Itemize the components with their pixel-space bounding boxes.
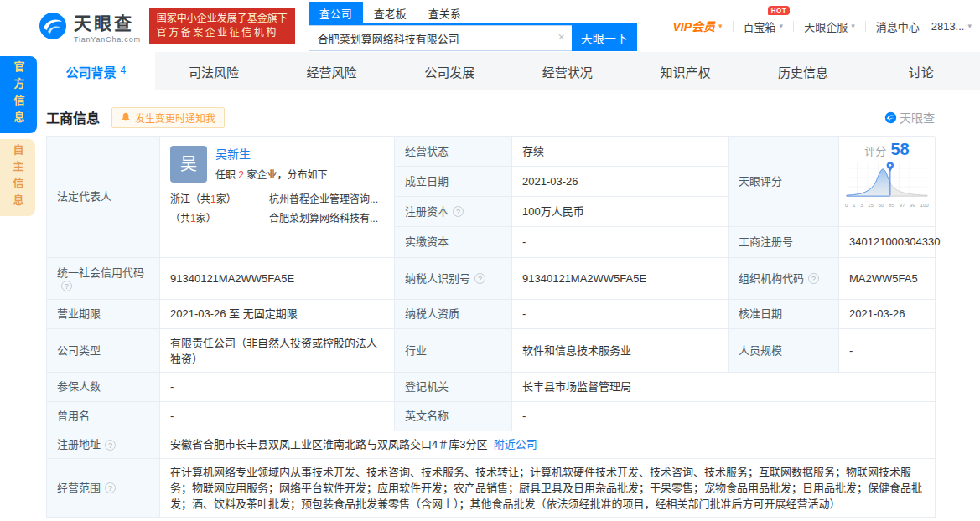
logo-title: 天眼查 bbox=[74, 9, 141, 34]
field-value-tax-qualification: - bbox=[512, 300, 729, 329]
treasure-box-link[interactable]: HOT 百宝箱 bbox=[744, 18, 784, 34]
tenure-region-row: （共1家） 合肥菜划算网络科技有... bbox=[170, 209, 384, 229]
section-title: 工商信息 bbox=[46, 107, 100, 127]
help-icon[interactable] bbox=[808, 273, 819, 284]
field-label-status: 经营状态 bbox=[395, 137, 512, 167]
sidebar-tab-label: 自主信息 bbox=[10, 144, 26, 211]
field-value-org-code: MA2WW5FA5 bbox=[839, 258, 936, 300]
field-label-reg-no: 工商注册号 bbox=[729, 227, 839, 258]
related-company-link[interactable]: 合肥菜划算网络科技有... bbox=[269, 209, 378, 229]
tab-history-info[interactable]: 历史信息 bbox=[744, 52, 863, 90]
tab-label: 司法风险 bbox=[189, 63, 239, 80]
tianyan-score-chart[interactable]: 评分58 bbox=[839, 137, 936, 227]
field-label-tax-qualification: 纳税人资质 bbox=[395, 300, 512, 329]
field-value-status: 存续 bbox=[512, 137, 729, 167]
search-area: 查公司 查老板 查关系 天眼一下 bbox=[309, 2, 637, 51]
field-label-approval-date: 核准日期 bbox=[729, 300, 839, 329]
gov-badge-line2: 官方备案企业征信机构 bbox=[157, 26, 288, 40]
field-label-tianyan-score: 天眼评分 bbox=[729, 137, 839, 227]
search-tab-boss[interactable]: 查老板 bbox=[363, 2, 417, 23]
field-label-registry: 登记机关 bbox=[395, 373, 512, 402]
search-tabs: 查公司 查老板 查关系 bbox=[309, 2, 637, 25]
search-tab-relation[interactable]: 查关系 bbox=[417, 2, 472, 23]
message-center-label: 消息中心 bbox=[876, 18, 920, 34]
divider bbox=[793, 21, 794, 32]
address-text: 安徽省合肥市长丰县双凤工业区淮南北路与双凤路交口4＃库3分区 bbox=[170, 437, 487, 452]
help-icon[interactable] bbox=[105, 482, 116, 493]
sidebar-tab-self-info[interactable]: 自主信息 bbox=[0, 139, 35, 216]
tenure-region-row: 浙江（共1家） 杭州普程企业管理咨询... bbox=[170, 190, 384, 209]
nearby-companies-link[interactable]: 附近公司 bbox=[494, 437, 537, 452]
search-tab-company[interactable]: 查公司 bbox=[309, 2, 363, 23]
related-company-link[interactable]: 杭州普程企业管理咨询... bbox=[269, 190, 378, 209]
search-input[interactable] bbox=[309, 25, 572, 51]
divider bbox=[865, 21, 866, 32]
region-label: （共1家） bbox=[170, 209, 269, 229]
divider bbox=[733, 21, 734, 32]
field-value-former-name: - bbox=[160, 402, 395, 431]
chevron-down-icon bbox=[718, 22, 723, 30]
tianyancha-logo[interactable]: 天眼查 TianYanCha.com bbox=[38, 9, 141, 44]
help-icon[interactable] bbox=[105, 440, 116, 451]
help-icon[interactable] bbox=[474, 273, 485, 284]
help-icon[interactable] bbox=[61, 281, 72, 291]
field-label-paid-capital: 实缴资本 bbox=[395, 227, 512, 258]
field-label-reg-address: 注册地址 bbox=[47, 431, 160, 459]
field-value-term: 2021-03-26 至 无固定期限 bbox=[160, 300, 395, 329]
field-value-approval-date: 2021-03-26 bbox=[839, 300, 936, 329]
field-label-insured-count: 参保人数 bbox=[47, 373, 160, 402]
tab-label: 讨论 bbox=[909, 63, 934, 80]
treasure-box-label: 百宝箱 bbox=[744, 18, 776, 34]
vip-member-link[interactable]: VIP会员 bbox=[672, 18, 722, 34]
field-label-english-name: 英文名称 bbox=[395, 402, 512, 431]
help-icon[interactable] bbox=[453, 206, 464, 217]
tab-operating-risk[interactable]: 经营风险 bbox=[272, 52, 391, 90]
legal-rep-name-link[interactable]: 吴新生 bbox=[215, 147, 327, 162]
field-value-registry: 长丰县市场监督管理局 bbox=[512, 373, 936, 402]
enterprise-services-label: 天眼企服 bbox=[804, 18, 848, 34]
sidebar-tab-label: 官方信息 bbox=[11, 61, 27, 128]
tab-company-development[interactable]: 公司发展 bbox=[391, 52, 509, 90]
top-header: 天眼查 TianYanCha.com 国家中小企业发展子基金旗下 官方备案企业征… bbox=[0, 0, 980, 52]
notify-label: 发生变更时通知我 bbox=[135, 111, 215, 125]
tab-label: 知识产权 bbox=[660, 63, 710, 80]
tab-label: 公司发展 bbox=[424, 63, 474, 80]
notify-on-change-button[interactable]: 发生变更时通知我 bbox=[111, 107, 225, 128]
enterprise-services-link[interactable]: 天眼企服 bbox=[804, 18, 855, 34]
avatar[interactable]: 吴 bbox=[170, 146, 207, 183]
chevron-down-icon bbox=[851, 22, 855, 30]
tab-intellectual-property[interactable]: 知识产权 bbox=[626, 52, 744, 90]
region-label: 浙江（共1家） bbox=[170, 190, 269, 209]
field-label-staff-size: 人员规模 bbox=[729, 329, 839, 373]
field-value-paid-capital: - bbox=[512, 227, 729, 258]
account-menu[interactable]: 2813... bbox=[931, 20, 972, 33]
field-label-legal-rep: 法定代表人 bbox=[47, 137, 160, 258]
field-label-org-code: 组织机构代码 bbox=[729, 258, 839, 300]
legal-rep-cell: 吴 吴新生 任职 2 家企业，分布如下 浙江（共1家） 杭州普程企业管理咨询..… bbox=[160, 137, 395, 258]
logo-text: 天眼查 TianYanCha.com bbox=[74, 9, 141, 44]
field-value-english-name: - bbox=[512, 402, 936, 431]
legal-rep-tenure: 任职 2 家企业，分布如下 bbox=[215, 168, 327, 183]
header-nav: VIP会员 HOT 百宝箱 天眼企服 消息中心 2813... bbox=[672, 18, 980, 34]
search-button[interactable]: 天眼一下 bbox=[572, 25, 637, 51]
tab-discussion[interactable]: 讨论 bbox=[862, 52, 980, 90]
tenure-prefix: 任职 bbox=[215, 169, 236, 181]
tab-company-background[interactable]: 公司背景4 bbox=[37, 52, 155, 90]
field-value-reg-capital: 100万人民币 bbox=[512, 197, 729, 227]
watermark-logo: 天眼查 bbox=[884, 109, 935, 126]
tab-operating-status[interactable]: 经营状况 bbox=[509, 52, 627, 90]
field-label-former-name: 曾用名 bbox=[47, 402, 160, 431]
tab-judicial-risk[interactable]: 司法风险 bbox=[155, 52, 273, 90]
sidebar-tab-official-info[interactable]: 官方信息 bbox=[0, 56, 37, 133]
chevron-down-icon bbox=[967, 22, 972, 30]
field-value-reg-address: 安徽省合肥市长丰县双凤工业区淮南北路与双凤路交口4＃库3分区 附近公司 bbox=[160, 431, 936, 459]
tenure-count: 2 bbox=[238, 169, 244, 181]
business-info-section: 工商信息 发生变更时通知我 天眼查 法定代表人 吴 吴新生 任职 2 家企业，分… bbox=[46, 103, 935, 518]
chevron-down-icon bbox=[780, 22, 784, 30]
tab-label: 公司背景 bbox=[65, 63, 116, 80]
field-value-insured-count: - bbox=[160, 373, 395, 402]
tianyancha-logo-icon bbox=[38, 11, 68, 41]
clear-search-icon[interactable] bbox=[558, 31, 565, 43]
hot-badge: HOT bbox=[768, 6, 790, 15]
message-center-link[interactable]: 消息中心 bbox=[876, 18, 920, 34]
